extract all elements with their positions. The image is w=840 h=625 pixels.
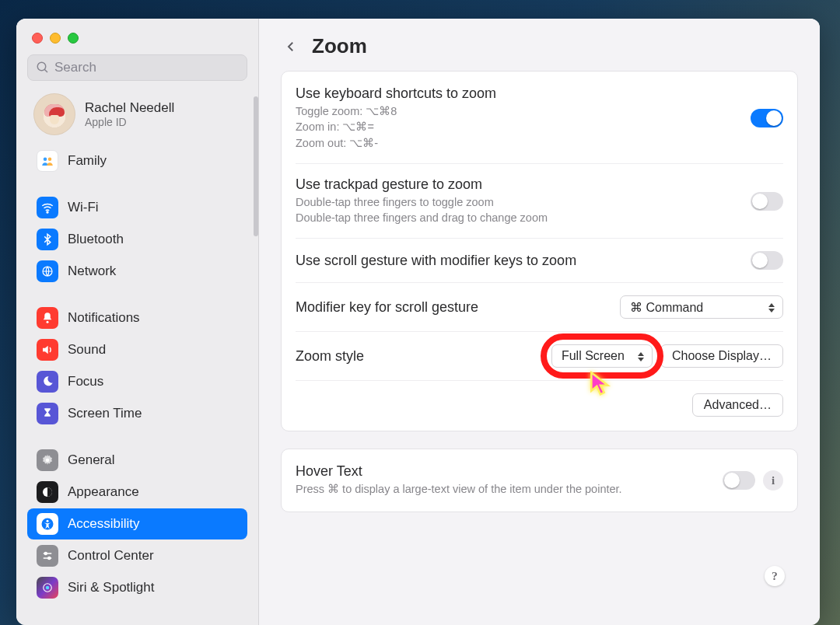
sidebar-item-label: Notifications <box>68 310 140 326</box>
close-window-button[interactable] <box>32 33 43 44</box>
sidebar-item-focus[interactable]: Focus <box>27 366 247 397</box>
sidebar-item-label: Sound <box>68 342 106 358</box>
pane-header: Zoom <box>259 19 820 71</box>
modifier-key-select[interactable]: ⌘ Command <box>620 295 783 319</box>
button-label: Choose Display… <box>672 349 772 363</box>
fullscreen-window-button[interactable] <box>68 33 79 44</box>
family-icon <box>37 150 58 172</box>
account-sub: Apple ID <box>85 116 174 128</box>
sidebar-item-label: Screen Time <box>68 406 142 421</box>
sidebar-item-label: Siri & Spotlight <box>68 580 155 595</box>
chevron-updown-icon <box>635 349 647 365</box>
sidebar-item-label: Bluetooth <box>68 232 124 247</box>
avatar <box>33 93 75 135</box>
scrollbar[interactable] <box>254 96 258 236</box>
row-title: Use keyboard shortcuts to zoom <box>296 86 740 102</box>
globe-icon <box>37 260 58 282</box>
bell-icon <box>37 307 58 329</box>
row-advanced: Advanced… <box>296 380 783 429</box>
svg-point-4 <box>47 211 48 213</box>
accessibility-icon <box>37 513 58 535</box>
back-button[interactable] <box>281 37 301 57</box>
svg-point-14 <box>48 557 51 560</box>
row-title: Hover Text <box>296 463 712 480</box>
row-desc: Press ⌘ to display a large-text view of … <box>296 481 712 497</box>
chevron-updown-icon <box>765 300 778 316</box>
speaker-icon <box>37 339 58 361</box>
svg-point-2 <box>44 158 47 162</box>
toggle-hover-text[interactable] <box>723 471 755 490</box>
row-title: Use scroll gesture with modifier keys to… <box>296 253 740 269</box>
sidebar-item-notifications[interactable]: Notifications <box>27 302 247 333</box>
sidebar-item-label: Network <box>68 264 116 279</box>
help-button[interactable]: ? <box>765 566 785 586</box>
sliders-icon <box>37 545 58 567</box>
moon-icon <box>37 371 58 393</box>
sidebar-item-label: Wi-Fi <box>68 200 99 215</box>
svg-point-3 <box>48 158 52 162</box>
sidebar-item-controlcenter[interactable]: Control Center <box>27 540 247 571</box>
row-zoom-style: Zoom style Full Screen Choose Display… <box>296 331 783 380</box>
choose-display-button[interactable]: Choose Display… <box>660 344 783 368</box>
row-modifier-key: Modifier key for scroll gesture ⌘ Comman… <box>296 282 783 331</box>
row-title: Modifier key for scroll gesture <box>296 299 609 316</box>
traffic-lights <box>16 28 258 54</box>
toggle-keyboard-shortcuts[interactable] <box>751 109 783 127</box>
row-title: Zoom style <box>296 348 541 365</box>
select-value: ⌘ Command <box>630 300 703 315</box>
search-input[interactable] <box>54 60 239 75</box>
desc-line: Double-tap three fingers and drag to cha… <box>296 210 740 225</box>
svg-line-1 <box>44 69 47 72</box>
appearance-icon <box>37 481 58 503</box>
sidebar-item-bluetooth[interactable]: Bluetooth <box>27 224 247 255</box>
sidebar-item-network[interactable]: Network <box>27 256 247 287</box>
svg-point-6 <box>47 321 49 323</box>
account-name: Rachel Needell <box>85 100 174 116</box>
select-value: Full Screen <box>562 349 625 363</box>
hourglass-icon <box>37 403 58 424</box>
toggle-trackpad-gesture[interactable] <box>751 192 783 211</box>
hover-text-group: Hover Text Press ⌘ to display a large-te… <box>281 449 798 512</box>
mushroom-icon <box>44 104 65 124</box>
page-title: Zoom <box>312 34 367 58</box>
svg-point-0 <box>37 62 46 71</box>
sidebar-item-wifi[interactable]: Wi-Fi <box>27 192 247 223</box>
zoom-settings-group: Use keyboard shortcuts to zoom Toggle zo… <box>281 71 798 431</box>
svg-point-10 <box>47 520 49 522</box>
advanced-button[interactable]: Advanced… <box>692 393 783 417</box>
svg-point-12 <box>44 553 47 555</box>
sidebar-item-screentime[interactable]: Screen Time <box>27 398 247 429</box>
desc-line: Double-tap three fingers to toggle zoom <box>296 194 740 210</box>
sidebar-item-sound[interactable]: Sound <box>27 334 247 365</box>
apple-id-account[interactable]: Rachel Needell Apple ID <box>16 90 258 143</box>
siri-icon <box>37 577 58 599</box>
shortcut-line: Toggle zoom: ⌥⌘8 <box>296 103 740 119</box>
sidebar-item-general[interactable]: General <box>27 445 247 476</box>
shortcut-line: Zoom in: ⌥⌘= <box>296 119 740 134</box>
row-scroll-modifier: Use scroll gesture with modifier keys to… <box>296 238 783 282</box>
content-pane: Zoom Use keyboard shortcuts to zoom Togg… <box>259 19 820 625</box>
search-icon <box>36 61 50 75</box>
gear-icon <box>37 449 58 471</box>
settings-window: Rachel Needell Apple ID Family Wi-Fi <box>16 19 820 625</box>
sidebar-item-appearance[interactable]: Appearance <box>27 477 247 508</box>
sidebar: Rachel Needell Apple ID Family Wi-Fi <box>16 19 259 625</box>
sidebar-item-label: Focus <box>68 374 103 389</box>
bluetooth-icon <box>37 229 58 250</box>
sidebar-item-label: Control Center <box>68 548 154 564</box>
sidebar-item-label: General <box>68 452 114 468</box>
sidebar-item-siri[interactable]: Siri & Spotlight <box>27 572 247 603</box>
svg-point-16 <box>46 586 50 590</box>
row-trackpad-gesture: Use trackpad gesture to zoom Double-tap … <box>296 163 783 239</box>
wifi-icon <box>37 197 58 218</box>
search-field[interactable] <box>27 54 247 81</box>
toggle-scroll-modifier[interactable] <box>751 251 783 270</box>
sidebar-item-label: Family <box>68 153 107 169</box>
sidebar-item-family[interactable]: Family <box>27 145 247 176</box>
zoom-style-select[interactable]: Full Screen <box>551 344 653 368</box>
row-title: Use trackpad gesture to zoom <box>296 176 740 193</box>
sidebar-item-accessibility[interactable]: Accessibility <box>27 508 247 539</box>
info-button[interactable]: i <box>763 470 783 491</box>
row-keyboard-shortcuts: Use keyboard shortcuts to zoom Toggle zo… <box>296 73 783 163</box>
minimize-window-button[interactable] <box>50 33 61 44</box>
